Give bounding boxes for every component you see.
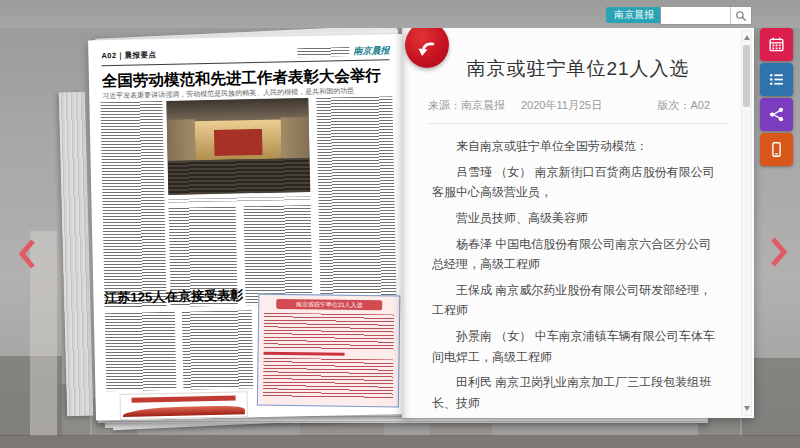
next-page-arrow[interactable] [768,236,788,268]
body-text-column [244,205,313,305]
ground-strip [0,435,800,448]
highlight-text-lines [263,357,394,399]
ad-headline-bar [132,396,235,403]
newspaper-page[interactable]: A02｜晨报要点 南京晨报 全国劳动模范和先进工作者表彰大会举行 习近平发表重要… [88,34,410,420]
body-text-column [316,96,396,304]
highlight-section-rule [264,352,345,356]
prev-page-arrow[interactable] [18,238,38,270]
search-box[interactable] [660,6,752,25]
chevron-left-icon [18,238,38,270]
epaper-reader: 南京晨报 [0,0,800,448]
undo-arrow-icon [416,40,438,60]
search-input[interactable] [661,7,730,24]
article-source: 来源：南京晨报 [428,98,505,113]
brand-button[interactable]: 南京晨报 [606,7,662,23]
body-text-column [105,312,177,391]
search-icon [735,10,747,22]
article-paragraph: 吕雪瑾 （女） 南京新街口百货商店股份有限公司客服中心高级营业员， [432,162,718,203]
scroll-down-arrow[interactable] [744,406,750,411]
chevron-right-icon [768,236,788,268]
ad-red-graphic [123,405,245,417]
calendar-button[interactable] [760,28,793,61]
scrollbar-thumb[interactable] [743,45,750,107]
page-number-label: A02｜晨报要点 [101,50,156,61]
photo-wall [280,117,309,159]
advertisement-banner [119,391,248,420]
article-paragraph: 田利民 南京卫岗乳业南京加工厂三工段包装组班长、技师 [432,372,718,413]
article-paragraph: 来自南京或驻宁单位全国劳动模范： [432,136,718,157]
share-icon [768,106,785,123]
body-text-column [100,101,166,308]
share-button[interactable] [760,98,793,131]
scroll-up-arrow[interactable] [744,35,750,40]
page-list-button[interactable] [760,63,793,96]
body-text-column [182,310,254,389]
section-headline: 江苏125人在京接受表彰 [104,286,243,307]
article-body: 来自南京或驻宁单位全国劳动模范： 吕雪瑾 （女） 南京新街口百货商店股份有限公司… [432,136,718,418]
masthead-info-lines [297,47,349,57]
article-panel: 南京或驻宁单位21人入选 来源：南京晨报 2020年11月25日 版次：A02 … [402,28,754,418]
highlight-box-title: 南京或驻宁单位21人入选 [276,299,382,310]
photo-caption [168,196,310,203]
highlighted-article-box[interactable]: 南京或驻宁单位21人入选 [257,294,401,408]
photo-wall [167,119,196,161]
photo-audience [168,158,311,195]
article-scrollbar[interactable] [741,30,752,416]
list-icon [768,71,785,88]
mobile-phone-icon [768,141,785,158]
article-paragraph: 杨春泽 中国电信股份有限公司南京六合区分公司总经理，高级工程师 [432,234,718,275]
article-paragraph: 营业员技师、高级美容师 [432,208,718,229]
highlight-text-lines [264,313,394,351]
assembly-hall-photo [166,98,310,195]
article-paragraph: 王保成 南京威尔药业股份有限公司研发部经理，工程师 [432,280,718,321]
mobile-button[interactable] [760,133,793,166]
article-meta: 来源：南京晨报 2020年11月25日 版次：A02 [428,98,728,124]
search-button[interactable] [730,7,751,24]
calendar-icon [768,36,785,53]
article-title: 南京或驻宁单位21人入选 [432,56,724,82]
photo-red-backdrop [214,129,263,156]
top-bar: 南京晨报 [0,0,800,28]
side-toolbar [760,28,793,168]
masthead-logo: 南京晨报 [353,44,389,58]
article-date: 2020年11月25日 [521,98,602,113]
back-badge-button[interactable] [405,22,449,68]
article-edition: 版次：A02 [657,98,710,113]
article-paragraph: 孙景南 （女） 中车南京浦镇车辆有限公司车体车间电焊工，高级工程师 [432,326,718,367]
